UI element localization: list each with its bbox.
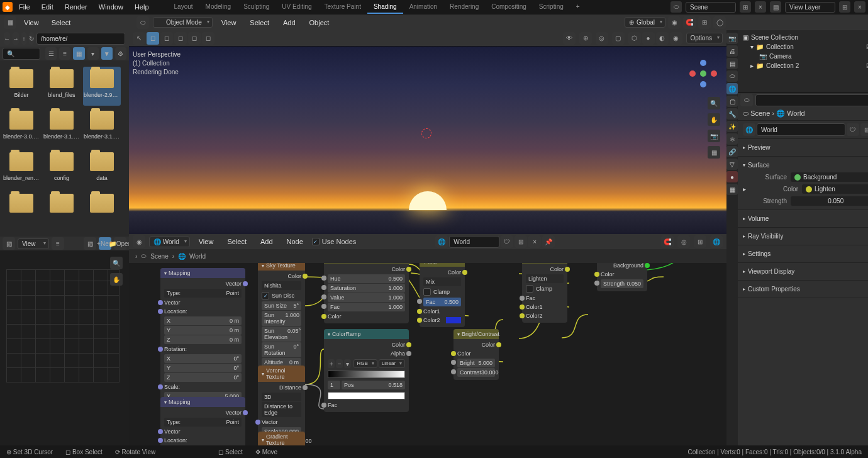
ptab-constraints-icon[interactable]: 🔗 <box>726 146 738 157</box>
world-del-icon[interactable]: × <box>528 235 541 248</box>
vp-editor-type-icon[interactable]: ⬭ <box>136 16 149 29</box>
vp-pan-icon[interactable]: ✋ <box>708 113 720 126</box>
ptab-texture-icon[interactable]: ▦ <box>726 184 738 195</box>
gizmo-toggle-icon[interactable]: ⊕ <box>579 32 592 45</box>
pin-icon[interactable]: 📌 <box>542 235 555 248</box>
uv-grid[interactable] <box>6 269 120 383</box>
ne-add[interactable]: Add <box>255 236 278 247</box>
outliner-item[interactable]: 📷Camera👁📷 <box>740 52 868 61</box>
img-open-btn[interactable]: 📁 Open <box>114 237 126 250</box>
tab-texpaint[interactable]: Texture Paint <box>318 1 367 14</box>
sel4-icon[interactable]: ◻ <box>188 32 201 45</box>
fb-editor-type-icon[interactable]: ▦ <box>4 16 16 29</box>
bc-label[interactable]: World <box>787 109 805 117</box>
nav-gizmo[interactable] <box>687 58 719 89</box>
img-menu-icon[interactable]: ≡ <box>52 237 64 250</box>
node-background[interactable]: Background Background Color Strength0.05… <box>597 263 647 291</box>
color-mode[interactable]: RGB <box>353 359 377 368</box>
filter-icon[interactable]: ▼ <box>101 47 113 60</box>
img-zoom-icon[interactable]: 🔍 <box>110 257 123 269</box>
view-list-icon[interactable]: ≡ <box>59 47 70 60</box>
color-preview[interactable] <box>328 392 405 399</box>
menu-edit[interactable]: Edit <box>36 1 58 13</box>
color-input-dropdown[interactable]: Lighten <box>802 184 868 194</box>
bc-world[interactable]: World <box>189 253 206 260</box>
xray-icon[interactable]: ▢ <box>612 32 625 45</box>
ptab-world-icon[interactable]: 🌐 <box>726 83 738 94</box>
ptab-render-icon[interactable]: 📷 <box>726 33 738 44</box>
ne-backdrop-icon[interactable]: 🌐 <box>710 235 723 248</box>
props-search-input[interactable] <box>755 94 868 106</box>
folder-item[interactable]: blend_files <box>43 67 81 106</box>
tab-rendering[interactable]: Rendering <box>443 1 485 14</box>
panel-surface[interactable]: Surface <box>743 159 868 171</box>
viewport-3d[interactable]: User Perspective (1) Collection Renderin… <box>129 47 726 234</box>
ptab-data-icon[interactable]: ▽ <box>726 159 738 170</box>
shade-render-icon[interactable]: ◉ <box>670 32 682 45</box>
orient-dropdown[interactable]: ⊕Global <box>625 17 665 28</box>
nav-refresh-icon[interactable]: ↻ <box>29 32 34 45</box>
panel-preview[interactable]: Preview <box>743 142 868 154</box>
node-header[interactable]: Mapping <box>160 268 245 278</box>
menu-render[interactable]: Render <box>60 1 92 13</box>
panel-custom-props[interactable]: Custom Properties <box>743 283 868 295</box>
field-value[interactable]: Point <box>226 290 239 296</box>
ne-view[interactable]: View <box>194 236 219 247</box>
sel5-icon[interactable]: ◻ <box>202 32 214 45</box>
pivot-icon[interactable]: ◉ <box>668 16 681 29</box>
shield-icon[interactable]: 🛡 <box>847 123 859 136</box>
shade-wire-icon[interactable]: ⬡ <box>628 32 641 45</box>
delete-scene-icon[interactable]: × <box>755 1 766 13</box>
ne-overlay-icon[interactable]: ◎ <box>677 235 690 248</box>
options-dropdown[interactable]: Options <box>686 33 723 43</box>
view-sort-icon[interactable]: ▾ <box>87 47 99 60</box>
prop-edit-icon[interactable]: ◯ <box>713 16 726 29</box>
world-datablock-input[interactable] <box>757 123 845 136</box>
folder-item[interactable]: data <box>83 150 121 189</box>
node-colorramp[interactable]: ColorRamp Color Alpha + − ▾ RGB Linear 1 <box>324 329 409 412</box>
scene-name-input[interactable] <box>686 2 736 13</box>
folder-item[interactable]: blender-3.0.0.... <box>3 108 40 147</box>
shade-solid-icon[interactable]: ● <box>642 32 655 45</box>
ne-node[interactable]: Node <box>282 236 308 247</box>
panel-viewport-display[interactable]: Viewport Display <box>743 265 868 277</box>
viewlayer-icon[interactable]: ▤ <box>770 1 781 13</box>
delete-viewlayer-icon[interactable]: × <box>854 1 865 13</box>
view-detail-icon[interactable]: ☰ <box>45 47 57 60</box>
snap-type-icon[interactable]: ⊞ <box>698 16 711 29</box>
fb-search-input[interactable] <box>3 48 40 60</box>
folder-item[interactable] <box>3 191 40 230</box>
nav-back-icon[interactable]: ← <box>4 32 10 45</box>
new-icon[interactable]: ⊞ <box>860 123 868 136</box>
bc-scene[interactable]: Scene <box>150 253 168 260</box>
world-browse-icon[interactable]: 🌐 <box>435 235 448 248</box>
tab-compositing[interactable]: Compositing <box>485 1 533 14</box>
fb-view-menu[interactable]: View <box>19 17 44 28</box>
del-stop-icon[interactable]: − <box>336 359 343 368</box>
folder-item[interactable]: config <box>43 150 81 189</box>
outliner-item[interactable]: ▾📁Collection☑👁📷 <box>740 42 868 52</box>
ne-type-icon[interactable]: ◉ <box>133 235 145 248</box>
overlays-icon[interactable]: ◎ <box>596 32 608 45</box>
vp-object[interactable]: Object <box>304 17 335 28</box>
bc-label[interactable]: Scene <box>750 109 770 117</box>
nav-fwd-icon[interactable]: → <box>13 32 19 45</box>
new-scene-icon[interactable]: ⊞ <box>740 1 751 13</box>
node-editor-canvas[interactable]: Mapping Vector Type:Point Vector Locatio… <box>129 263 726 450</box>
node-lighten[interactable]: Lighten Color Lighten Clamp Fac Color1 C… <box>522 263 567 323</box>
ptab-object-icon[interactable]: ▢ <box>726 96 738 107</box>
world-shield-icon[interactable]: 🛡 <box>501 235 513 248</box>
scene-icon[interactable]: ⬭ <box>670 1 682 13</box>
img-mode-dropdown[interactable]: View <box>18 238 49 249</box>
ne-shader-type[interactable]: 🌐 World <box>149 237 190 247</box>
ne-tool-icon[interactable]: ⊞ <box>694 235 706 248</box>
world-new-icon[interactable]: ⊞ <box>515 235 527 248</box>
folder-item[interactable]: Bilder <box>3 67 40 106</box>
mode-dropdown[interactable]: Object Mode <box>153 17 213 28</box>
stop-menu-icon[interactable]: ▾ <box>344 359 351 368</box>
folder-item[interactable]: blender_rend... <box>3 150 40 189</box>
view-grid-icon[interactable]: ▦ <box>73 47 84 60</box>
expand-icon[interactable]: ▸ <box>743 186 750 193</box>
folder-item[interactable] <box>43 191 81 230</box>
tab-shading[interactable]: Shading <box>367 1 403 14</box>
